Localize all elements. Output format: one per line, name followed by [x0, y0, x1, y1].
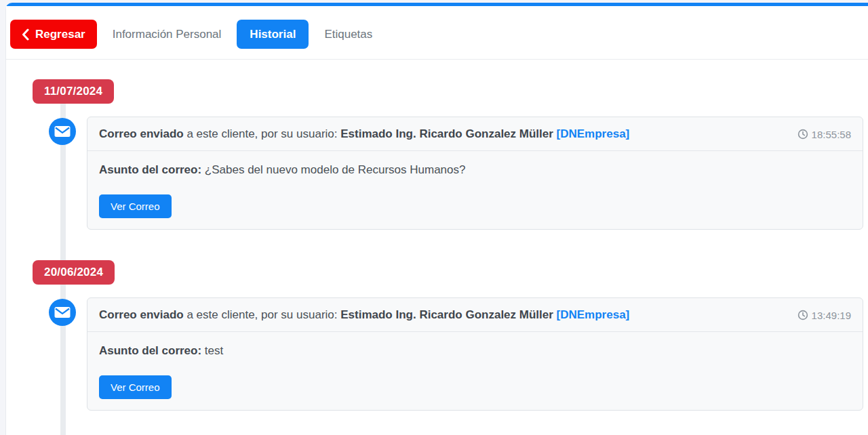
timeline-entry: 20/06/2024 Correo enviado a este cliente…	[6, 260, 868, 411]
event-action-rest: a este cliente, por su usuario:	[184, 308, 341, 321]
event-time: 18:55:58	[784, 129, 851, 140]
event-company-tag: [DNEmpresa]	[557, 308, 630, 321]
event-company-tag: [DNEmpresa]	[557, 127, 630, 140]
view-email-button[interactable]: Ver Correo	[99, 375, 172, 399]
event-body: Asunto del correo: test Ver Correo	[87, 332, 863, 410]
back-button-label: Regresar	[35, 28, 85, 41]
tab-history[interactable]: Historial	[237, 20, 309, 49]
email-marker	[49, 299, 76, 326]
event-body: Asunto del correo: ¿Sabes del nuevo mode…	[87, 151, 863, 229]
tab-labels[interactable]: Etiquetas	[323, 28, 374, 41]
tab-personal-info[interactable]: Información Personal	[111, 28, 223, 41]
clock-icon	[797, 310, 808, 320]
email-event-card: Correo enviado a este cliente, por su us…	[87, 117, 863, 230]
subject-label: Asunto del correo:	[99, 344, 205, 357]
subject-value: test	[205, 344, 223, 357]
history-timeline: 11/07/2024 Correo enviado a este cliente…	[6, 60, 868, 435]
event-user: Estimado Ing. Ricardo Gonzalez Müller	[340, 127, 556, 140]
event-user: Estimado Ing. Ricardo Gonzalez Müller	[340, 308, 556, 321]
client-detail-panel: Regresar Información Personal Historial …	[5, 3, 868, 435]
chevron-left-icon	[22, 28, 29, 41]
envelope-icon	[54, 306, 71, 318]
back-button[interactable]: Regresar	[10, 20, 97, 49]
email-marker	[49, 118, 76, 145]
timeline-entry: 11/07/2024 Correo enviado a este cliente…	[6, 79, 868, 230]
event-subject: Asunto del correo: test	[99, 344, 851, 358]
event-title: Correo enviado a este cliente, por su us…	[99, 308, 629, 322]
event-action-rest: a este cliente, por su usuario:	[184, 127, 341, 140]
timeline-date-badge: 20/06/2024	[33, 260, 115, 285]
tab-bar: Regresar Información Personal Historial …	[6, 6, 868, 60]
event-action: Correo enviado	[99, 308, 184, 321]
subject-value: ¿Sabes del nuevo modelo de Recursos Huma…	[205, 163, 466, 176]
view-email-button[interactable]: Ver Correo	[99, 194, 172, 218]
event-title: Correo enviado a este cliente, por su us…	[99, 127, 629, 141]
event-subject: Asunto del correo: ¿Sabes del nuevo mode…	[99, 163, 851, 177]
event-time-value: 18:55:58	[812, 129, 851, 140]
event-time: 13:49:19	[784, 310, 851, 321]
subject-label: Asunto del correo:	[99, 163, 205, 176]
timeline-date-badge: 11/07/2024	[33, 79, 114, 104]
event-header: Correo enviado a este cliente, por su us…	[87, 117, 863, 151]
event-time-value: 13:49:19	[812, 310, 851, 321]
event-action: Correo enviado	[99, 127, 184, 140]
envelope-icon	[54, 125, 71, 138]
event-header: Correo enviado a este cliente, por su us…	[87, 298, 863, 332]
email-event-card: Correo enviado a este cliente, por su us…	[87, 297, 863, 411]
clock-icon	[797, 129, 808, 140]
